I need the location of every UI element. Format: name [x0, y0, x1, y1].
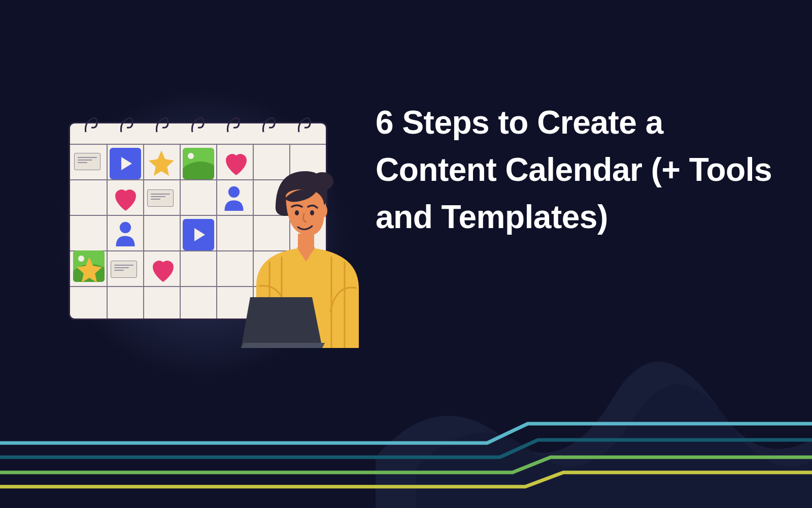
user-icon [114, 220, 137, 248]
play-icon [110, 148, 141, 179]
svg-point-5 [310, 210, 314, 215]
person-illustration [221, 160, 383, 353]
note-icon [74, 153, 100, 170]
heart-icon [149, 258, 177, 285]
accent-lines [0, 406, 812, 508]
heart-icon [112, 186, 140, 214]
note-icon [111, 261, 137, 278]
calendar-illustration [69, 107, 348, 351]
image-icon [183, 148, 214, 179]
play-icon [183, 219, 214, 250]
star-icon [74, 255, 105, 287]
svg-point-1 [120, 222, 131, 233]
page-title: 6 Steps to Create a Content Calendar (+ … [376, 99, 792, 240]
svg-point-3 [317, 204, 327, 218]
note-icon [147, 189, 174, 207]
star-icon [146, 148, 177, 180]
svg-point-4 [295, 210, 299, 215]
